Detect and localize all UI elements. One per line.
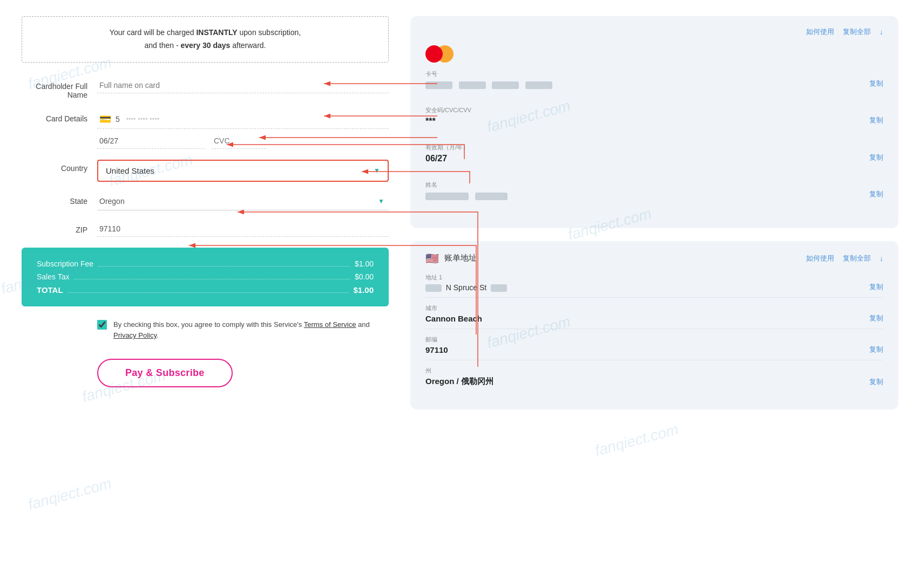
country-dropdown-wrap[interactable]: United States Canada United Kingdom Aust… — [97, 160, 389, 182]
sales-tax-label: Sales Tax — [37, 272, 69, 281]
cvv-display: *** — [425, 117, 471, 126]
cardholder-row: Cardholder Full Name — [22, 78, 389, 99]
dots-1 — [98, 259, 350, 266]
name-blur-2 — [475, 193, 508, 200]
notice-line1b: upon subscription, — [238, 28, 301, 37]
notice-line1: Your card will be charged — [110, 28, 197, 37]
expiry-label: 有效期（月/年） — [425, 143, 469, 152]
agreement-row: By checking this box, you agree to compl… — [22, 319, 389, 342]
billing-copy-all-link[interactable]: 复制全部 — [843, 254, 871, 263]
cardholder-input[interactable] — [97, 78, 389, 93]
billing-city-row: 城市 Cannon Beach 复制 — [425, 304, 883, 329]
billing-state-value: Oregon / 俄勒冈州 — [425, 377, 869, 387]
copy-cvv-link[interactable]: 复制 — [869, 115, 883, 125]
billing-address1-label: 地址 1 — [425, 274, 869, 282]
copy-state-link[interactable]: 复制 — [869, 377, 883, 387]
billing-header: 🇺🇸 账单地址 如何使用 复制全部 ↓ — [425, 252, 883, 265]
summary-box: Subscription Fee $1.00 Sales Tax $0.00 T… — [22, 248, 389, 306]
addr-blur-2 — [491, 284, 507, 292]
billing-download-icon[interactable]: ↓ — [880, 254, 883, 263]
card-number-text: 5 — [116, 115, 120, 124]
tos-link[interactable]: Terms of Service — [304, 320, 356, 329]
country-row: Country United States Canada United King… — [22, 160, 389, 182]
subscription-fee-row: Subscription Fee $1.00 — [37, 259, 374, 268]
cvv-label: 安全码/CVC/CVV — [425, 106, 471, 114]
card-number-field: 卡号 — [425, 70, 552, 89]
agreement-prefix: By checking this box, you agree to compl… — [113, 320, 304, 329]
pp-link[interactable]: Privacy Policy — [113, 331, 157, 339]
sales-tax-value: $0.00 — [355, 272, 374, 281]
billing-zip-row: 邮编 97110 复制 — [425, 336, 883, 360]
card-panel-top-bar: 如何使用 复制全部 ↓ — [425, 27, 883, 37]
mastercard-red-circle — [425, 45, 443, 63]
payment-form: Cardholder Full Name Card Details 💳 5 ••… — [22, 78, 389, 237]
card-num-blur-3 — [492, 81, 519, 89]
billing-city-content: 城市 Cannon Beach — [425, 304, 869, 323]
copy-city-link[interactable]: 复制 — [869, 313, 883, 323]
zip-row: ZIP — [22, 221, 389, 237]
billing-state-label: 州 — [425, 367, 869, 375]
agreement-and: and — [356, 320, 370, 329]
billing-zip-label: 邮编 — [425, 336, 869, 344]
total-label: TOTAL — [37, 285, 63, 295]
notice-box: Your card will be charged INSTANTLY upon… — [22, 16, 389, 63]
card-details-wrap: 💳 5 •••• •••• •••• — [97, 110, 389, 149]
total-value: $1.00 — [353, 285, 374, 295]
card-number-display — [425, 80, 552, 89]
zip-input[interactable] — [97, 221, 389, 237]
card-number-field-row: 卡号 复制 — [425, 70, 883, 101]
agreement-text: By checking this box, you agree to compl… — [113, 319, 389, 342]
billing-address1-content: 地址 1 N Spruce St — [425, 274, 869, 292]
right-panel: 如何使用 复制全部 ↓ 卡号 — [410, 16, 898, 409]
subscription-fee-value: $1.00 — [355, 259, 374, 268]
cvv-field: 安全码/CVC/CVV *** — [425, 106, 471, 126]
billing-zip-value: 97110 — [425, 345, 869, 354]
billing-panel: 🇺🇸 账单地址 如何使用 复制全部 ↓ 地址 1 N Spruce St — [410, 241, 898, 409]
billing-state-row: 州 Oregon / 俄勒冈州 复制 — [425, 367, 883, 392]
download-icon[interactable]: ↓ — [880, 28, 883, 36]
billing-city-value: Cannon Beach — [425, 314, 869, 323]
state-row: State Oregon California New York Texas F… — [22, 193, 389, 210]
dots-3 — [67, 285, 349, 293]
country-label: Country — [22, 160, 97, 173]
cvv-input[interactable] — [212, 133, 266, 149]
billing-address1-text: N Spruce St — [446, 283, 486, 292]
billing-city-label: 城市 — [425, 304, 869, 312]
state-select[interactable]: Oregon California New York Texas Florida — [97, 193, 389, 210]
copy-name-link[interactable]: 复制 — [869, 189, 883, 199]
how-to-use-link[interactable]: 如何使用 — [806, 27, 834, 37]
cardholder-label: Cardholder Full Name — [22, 78, 97, 99]
agreement-period: . — [157, 331, 159, 339]
billing-how-to-use-link[interactable]: 如何使用 — [806, 254, 834, 263]
card-expiry-cvv-row — [97, 133, 389, 149]
billing-address1-row: 地址 1 N Spruce St 复制 — [425, 274, 883, 298]
card-number-placeholder: •••• •••• •••• — [124, 115, 159, 123]
sales-tax-row: Sales Tax $0.00 — [37, 272, 374, 281]
agreement-checkbox[interactable] — [97, 320, 107, 330]
state-dropdown-wrap[interactable]: Oregon California New York Texas Florida… — [97, 193, 389, 210]
copy-all-link[interactable]: 复制全部 — [843, 27, 871, 37]
country-select[interactable]: United States Canada United Kingdom Aust… — [98, 161, 388, 181]
card-number-row: 💳 5 •••• •••• •••• — [97, 110, 389, 129]
left-panel: Your card will be charged INSTANTLY upon… — [22, 16, 389, 409]
expiry-display: 06/27 — [425, 154, 469, 163]
copy-zip-link[interactable]: 复制 — [869, 345, 883, 354]
name-blur-1 — [425, 193, 469, 200]
pay-button-wrap: Pay & Subscribe — [22, 359, 389, 387]
pay-subscribe-button[interactable]: Pay & Subscribe — [97, 359, 233, 387]
copy-address1-link[interactable]: 复制 — [869, 282, 883, 292]
card-details-label: Card Details — [22, 110, 97, 123]
name-field-row: 姓名 复制 — [425, 181, 883, 211]
card-chip-icon: 💳 — [99, 113, 111, 125]
card-num-blur-2 — [459, 81, 486, 89]
copy-card-number-link[interactable]: 复制 — [869, 79, 883, 88]
expiry-input[interactable] — [97, 133, 205, 149]
state-label: State — [22, 193, 97, 206]
name-label: 姓名 — [425, 181, 508, 189]
zip-input-wrap — [97, 221, 389, 237]
expiry-field-row: 有效期（月/年） 06/27 复制 — [425, 143, 883, 175]
notice-line2: and then - — [145, 41, 181, 50]
us-flag-icon: 🇺🇸 — [425, 252, 439, 265]
card-info-panel: 如何使用 复制全部 ↓ 卡号 — [410, 16, 898, 228]
copy-expiry-link[interactable]: 复制 — [869, 153, 883, 162]
